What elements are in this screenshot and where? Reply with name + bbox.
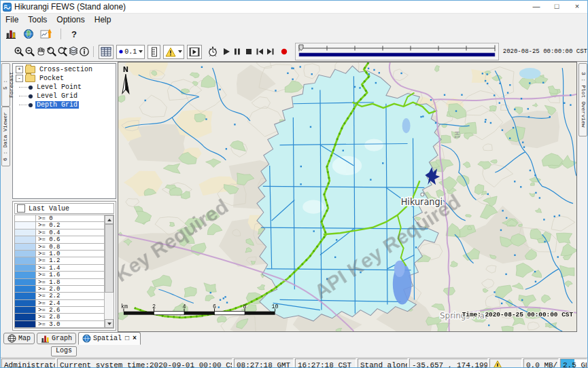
- vertical-scale-button[interactable]: [148, 45, 160, 59]
- right-tab-strip: 3 : Plot Overview: [577, 62, 587, 332]
- legend-label: >= 2.2: [36, 293, 104, 299]
- legend-label: >= 1.0: [36, 251, 104, 257]
- tab-spatial[interactable]: Spatial □ ×: [78, 332, 141, 345]
- map-display-icon[interactable]: [22, 27, 35, 41]
- menu-options[interactable]: Options: [52, 15, 89, 24]
- menu-bar: File Tools Options Help: [1, 14, 587, 26]
- tree-item-label: Cross-section: [38, 66, 94, 73]
- scroll-thumb[interactable]: [105, 224, 114, 293]
- pan-icon[interactable]: [35, 45, 46, 58]
- legend-panel: Last Value >= 0>= 0.2>= 0.4>= 0.6>= 0.8>…: [12, 201, 116, 331]
- step-forward-button[interactable]: [265, 45, 276, 58]
- svg-text:N: N: [123, 66, 128, 73]
- warning-filter-button[interactable]: [163, 45, 184, 59]
- legend-swatch: [15, 257, 36, 263]
- tab-map[interactable]: Map: [3, 333, 35, 344]
- tab-plot-overview[interactable]: 3 : Plot Overview: [578, 63, 587, 136]
- status-gmt-time: 08:27:18 GMT: [234, 358, 294, 368]
- bottom-tab-bar: Map Graph Spatial □ ×: [1, 332, 587, 345]
- info-icon[interactable]: [79, 45, 90, 58]
- tab-close-icon[interactable]: ×: [133, 335, 137, 342]
- layers-icon[interactable]: [68, 45, 79, 58]
- menu-help[interactable]: Help: [90, 15, 116, 24]
- tab-logs[interactable]: Logs: [51, 346, 77, 356]
- map-tab-icon: [7, 334, 16, 343]
- tree-item-pocket[interactable]: - Pocket: [14, 74, 116, 83]
- main-area: 5 : Forecast 6 : Data Viewer + Cross-sec…: [1, 62, 587, 332]
- map-toolbar: 0.1: [1, 42, 587, 62]
- record-button[interactable]: [279, 45, 290, 58]
- legend-row: >= 2.6: [15, 307, 104, 314]
- spatial-display-icon[interactable]: [39, 27, 52, 41]
- legend-row: >= 0.4: [15, 229, 104, 236]
- interval-selector[interactable]: 0.1: [116, 45, 145, 59]
- status-bar: Administrator Current system time:2020-0…: [1, 358, 587, 368]
- zoom-out-icon[interactable]: [24, 45, 35, 58]
- legend-swatch: [15, 251, 36, 257]
- tree-item-level-grid[interactable]: Level Grid: [14, 92, 116, 100]
- collapse-icon[interactable]: -: [16, 75, 23, 82]
- tab-maximize-icon[interactable]: □: [125, 335, 129, 342]
- map-canvas[interactable]: Hikurangi Springs Flat H1 API Key Requir…: [118, 62, 576, 331]
- legend-row: >= 3.0: [15, 321, 104, 328]
- menu-tools[interactable]: Tools: [23, 15, 52, 24]
- map-time-label: Time: 2020-08-25 00:00:00 CST: [462, 311, 574, 318]
- legend-swatch: [15, 272, 36, 278]
- legend-swatch: [15, 286, 36, 292]
- stop-button[interactable]: [243, 45, 254, 58]
- data-display-icon[interactable]: [4, 27, 17, 41]
- time-slider[interactable]: [295, 43, 499, 60]
- legend-row: >= 1.0: [15, 251, 104, 257]
- zoom-in-icon[interactable]: [14, 45, 24, 58]
- tab-forecast[interactable]: 5 : Forecast: [1, 63, 10, 107]
- menu-file[interactable]: File: [1, 15, 23, 24]
- legend-label: >= 0.6: [36, 236, 104, 242]
- step-back-button[interactable]: [254, 45, 265, 58]
- slider-handle[interactable]: [299, 45, 303, 51]
- legend-row: >= 0.8: [15, 244, 104, 251]
- zoom-previous-icon[interactable]: [46, 45, 57, 58]
- logs-row: Logs: [1, 345, 587, 358]
- zoom-next-icon[interactable]: [57, 45, 68, 58]
- legend-swatch: [15, 279, 36, 285]
- legend-row: >= 2.2: [15, 293, 104, 299]
- last-value-checkbox[interactable]: [17, 204, 25, 213]
- scroll-track[interactable]: [105, 224, 114, 319]
- expand-icon[interactable]: +: [16, 66, 23, 73]
- legend-label: >= 2.6: [36, 307, 104, 313]
- grid-display-button[interactable]: [99, 45, 114, 59]
- close-button[interactable]: ×: [567, 1, 587, 13]
- pause-button[interactable]: [232, 45, 243, 58]
- legend-scrollbar[interactable]: [104, 215, 114, 328]
- scroll-down-icon[interactable]: [105, 319, 114, 328]
- timer-icon[interactable]: [207, 45, 218, 58]
- legend-swatch: [15, 244, 36, 250]
- legend-row: >= 0.6: [15, 236, 104, 243]
- legend-swatch: [15, 300, 36, 306]
- left-tab-strip: 5 : Forecast 6 : Data Viewer: [1, 62, 11, 332]
- tab-graph[interactable]: Graph: [37, 333, 76, 344]
- folder-icon: [25, 66, 35, 73]
- maximize-button[interactable]: □: [547, 1, 567, 13]
- legend-row: >= 1.2: [15, 257, 104, 264]
- title-bar: Hikurangi FEWS (Stand alone) — □ ×: [1, 1, 587, 14]
- play-button[interactable]: [221, 45, 232, 58]
- status-warning[interactable]: [489, 358, 522, 368]
- legend-label: >= 1.2: [36, 257, 104, 263]
- animation-button[interactable]: [187, 45, 202, 59]
- map-view[interactable]: Hikurangi Springs Flat H1 API Key Requir…: [118, 62, 577, 332]
- tree-item-depth-grid[interactable]: Depth Grid: [14, 100, 116, 109]
- minimize-button[interactable]: —: [526, 1, 547, 13]
- legend-label: >= 2.8: [36, 314, 104, 320]
- tree-guide: [19, 105, 29, 105]
- legend-label: >= 0.4: [36, 229, 104, 236]
- node-bullet-icon: [29, 86, 33, 90]
- tree-item-label: Level Grid: [35, 92, 79, 100]
- tree-item-level-point[interactable]: Level Point: [14, 83, 116, 92]
- help-button[interactable]: ?: [69, 29, 79, 39]
- tab-data-viewer[interactable]: 6 : Data Viewer: [1, 107, 10, 166]
- node-bullet-icon: [29, 94, 33, 98]
- spatial-tab-icon: [82, 334, 91, 343]
- status-memory: 2.5 GB: [560, 358, 587, 368]
- scroll-up-icon[interactable]: [105, 215, 114, 224]
